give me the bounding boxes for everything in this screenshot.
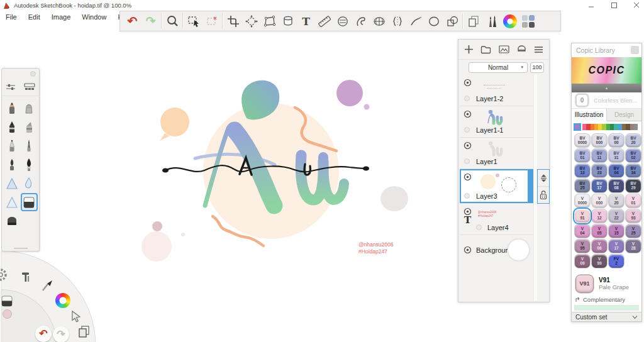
layer-row-layer4[interactable]: T @nhansu2006#Hoidap247 Layer4 [460, 204, 533, 235]
layer-opacity-field[interactable]: 100 [530, 62, 544, 73]
perspective-icon[interactable] [370, 13, 388, 30]
shapes-icon[interactable] [443, 13, 461, 30]
copic-marker-bv000[interactable]: BV000 [592, 134, 607, 147]
minimize-button[interactable] [587, 2, 595, 9]
layer-row-layer1-2[interactable]: Layer1-2 [460, 75, 533, 106]
tool-inking-pen[interactable] [21, 136, 38, 155]
menu-file[interactable]: File [0, 13, 23, 21]
copic-marker-bv04[interactable]: BV04 [609, 164, 624, 177]
colorless-blender-row[interactable]: 0 Colorless Blen... [572, 92, 641, 109]
layer-row-layer1-1[interactable]: Layer1-1 [460, 106, 533, 138]
layer-row-layer1[interactable]: Layer1 [460, 138, 533, 169]
custom-set-dropdown[interactable]: Custom set [572, 312, 641, 321]
import-image-icon[interactable] [499, 45, 509, 54]
complementary-row[interactable]: Complementary [572, 295, 641, 304]
color-puck[interactable] [3, 309, 12, 319]
zoom-icon[interactable] [163, 13, 181, 30]
copic-marker-v01[interactable]: V01 [626, 194, 641, 207]
tool-crayon[interactable] [21, 99, 38, 117]
visibility-eye-icon[interactable] [464, 79, 472, 87]
copic-marker-v05[interactable]: V05 [592, 224, 607, 238]
visibility-eye-icon[interactable] [464, 141, 472, 150]
copic-marker-bv08[interactable]: BV08 [609, 179, 624, 192]
visibility-eye-icon[interactable] [464, 246, 472, 254]
copic-marker-v25[interactable]: V25 [626, 224, 641, 238]
family-swatch-selected[interactable] [574, 123, 581, 131]
brush-icon[interactable] [40, 279, 54, 293]
copic-marker-v04[interactable]: V04 [575, 224, 590, 238]
layers-icon[interactable] [77, 324, 91, 338]
menu-image[interactable]: Image [46, 13, 77, 21]
copic-marker-bv11[interactable]: BV11 [592, 149, 607, 162]
add-layer-icon[interactable] [464, 45, 474, 54]
gear-icon[interactable] [0, 267, 8, 282]
steady-stroke-icon[interactable] [406, 13, 425, 30]
text-icon[interactable]: T [297, 13, 315, 30]
redo-icon[interactable]: ↷ [142, 13, 160, 30]
copic-marker-v91[interactable]: V91 [575, 209, 590, 223]
reorder-layer-icon[interactable] [538, 170, 549, 187]
palette-grip[interactable] [14, 248, 28, 249]
copic-marker-bv02[interactable]: BV02 [626, 149, 641, 162]
copic-marker-v93[interactable]: V93 [626, 209, 641, 223]
copic-marker-v22[interactable]: V22 [609, 209, 624, 223]
copic-marker-bv29[interactable]: BV29 [626, 179, 641, 192]
eraser-puck[interactable] [1, 295, 13, 307]
tab-illustration[interactable]: Illustration [572, 109, 607, 121]
copic-marker-fv2[interactable]: FV2 [609, 255, 624, 268]
tool-chisel-marker[interactable] [21, 118, 38, 136]
brush-library-icon[interactable] [482, 13, 501, 30]
copic-marker-v06[interactable]: V06 [592, 240, 607, 253]
palette-knob[interactable] [30, 71, 36, 77]
copic-marker-v09[interactable]: V09 [575, 255, 590, 268]
symmetry-icon[interactable] [388, 13, 406, 30]
selection-icon[interactable] [184, 13, 203, 30]
ruler-icon[interactable] [315, 13, 333, 30]
distort-icon[interactable] [260, 13, 279, 30]
layers-menu-icon[interactable] [534, 46, 543, 53]
copic-marker-v0000[interactable]: V0000 [575, 194, 590, 207]
visibility-eye-icon[interactable] [464, 173, 472, 181]
blender-swatch[interactable]: 0 [575, 94, 589, 107]
close-button[interactable] [633, 2, 640, 9]
transform-icon[interactable] [242, 13, 260, 30]
copic-marker-v20[interactable]: V20 [609, 194, 624, 207]
visibility-eye-icon[interactable] [464, 110, 472, 118]
tool-airbrush[interactable] [3, 174, 20, 192]
unlock-layer-icon[interactable] [538, 187, 549, 203]
copic-marker-bv20[interactable]: BV20 [626, 134, 641, 147]
ellipse-guide-icon[interactable] [333, 13, 352, 30]
copic-marker-bv23[interactable]: BV23 [592, 164, 607, 177]
copic-marker-bv00[interactable]: BV00 [609, 134, 624, 147]
cursor-icon[interactable] [70, 310, 83, 323]
deselect-icon[interactable] [203, 13, 221, 30]
current-color-swatch[interactable]: V91 [575, 275, 594, 293]
copic-swatches-icon[interactable] [519, 13, 537, 30]
copic-marker-bv31[interactable]: BV31 [609, 149, 624, 162]
copic-marker-v17[interactable]: V17 [609, 240, 624, 253]
color-wheel-icon[interactable] [55, 293, 70, 308]
copy-layers-icon[interactable] [464, 13, 482, 30]
tool-eraser[interactable] [3, 212, 20, 230]
color-wheel-icon[interactable] [501, 13, 519, 30]
copic-marker-bv34[interactable]: BV34 [626, 164, 641, 177]
tool-watercolor[interactable] [3, 193, 20, 211]
copic-marker-bv17[interactable]: BV17 [592, 179, 607, 192]
tools-icon[interactable] [19, 271, 32, 284]
maximize-button[interactable] [610, 2, 618, 9]
brush-settings-icon[interactable] [6, 82, 16, 91]
undo-icon[interactable]: ↶ [123, 13, 142, 30]
copic-marker-bv0000[interactable]: BV0000 [575, 134, 590, 147]
tool-paint-brush[interactable] [21, 155, 38, 174]
selected-scroll-thumb[interactable] [528, 170, 532, 202]
blend-mode-dropdown[interactable]: Normal▾ [469, 62, 528, 73]
undo-button[interactable]: ↶ [35, 326, 52, 342]
copic-marker-bv13[interactable]: BV13 [575, 164, 590, 177]
tool-pencil[interactable] [3, 99, 20, 117]
tool-ballpoint-pen[interactable] [3, 136, 20, 155]
copic-marker-v95[interactable]: V95 [575, 240, 590, 253]
crop-icon[interactable] [224, 13, 242, 30]
copic-marker-v99[interactable]: V99 [592, 255, 607, 268]
tab-design[interactable]: Design [607, 109, 641, 121]
tool-smudge[interactable] [21, 174, 38, 192]
